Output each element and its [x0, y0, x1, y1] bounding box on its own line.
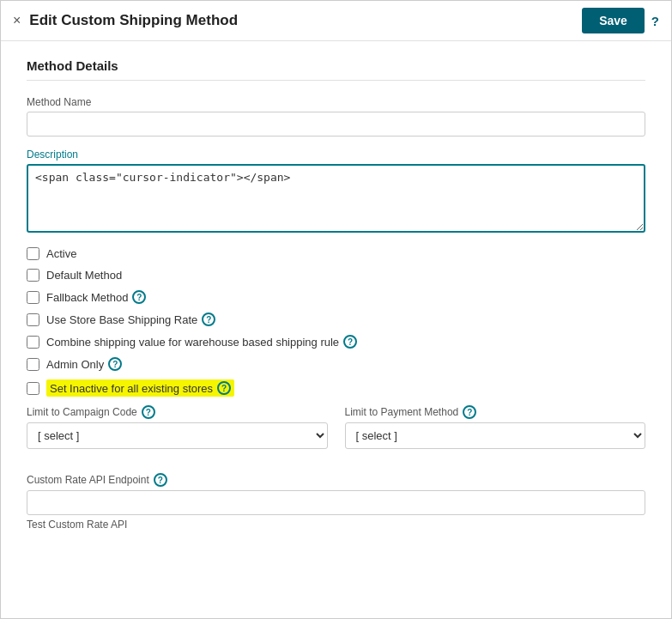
set-inactive-label: Set Inactive for all existing stores: [50, 382, 213, 395]
admin-only-help-icon[interactable]: ?: [108, 357, 122, 371]
fallback-method-label: Fallback Method ?: [46, 290, 146, 304]
header-help-button[interactable]: ?: [651, 14, 659, 28]
limit-payment-group: Limit to Payment Method ? [ select ]: [345, 405, 646, 449]
method-name-input[interactable]: [27, 112, 645, 137]
modal-title: Edit Custom Shipping Method: [29, 12, 238, 29]
description-group: Description <span class="cursor-indicato…: [27, 149, 645, 235]
section-title: Method Details: [27, 58, 645, 81]
set-inactive-highlight: Set Inactive for all existing stores ?: [46, 379, 234, 397]
active-row: Active: [27, 247, 645, 260]
description-label: Description: [27, 149, 645, 161]
limit-campaign-label: Limit to Campaign Code: [27, 406, 137, 418]
save-button[interactable]: Save: [582, 8, 645, 33]
endpoint-input[interactable]: [27, 490, 645, 515]
use-store-base-help-icon[interactable]: ?: [202, 313, 215, 326]
limit-campaign-group: Limit to Campaign Code ? [ select ]: [27, 405, 328, 449]
admin-only-label: Admin Only ?: [46, 357, 122, 371]
endpoint-label: Custom Rate API Endpoint: [27, 474, 149, 486]
header-right: Save ?: [582, 8, 659, 33]
limit-payment-select[interactable]: [ select ]: [345, 422, 646, 449]
fallback-method-checkbox[interactable]: [27, 291, 39, 304]
method-name-group: Method Name: [27, 96, 645, 137]
limit-campaign-help-icon[interactable]: ?: [142, 405, 155, 419]
limit-campaign-label-row: Limit to Campaign Code ?: [27, 405, 328, 419]
endpoint-label-row: Custom Rate API Endpoint ?: [27, 473, 645, 487]
modal-body: Method Details Method Name Description <…: [1, 41, 671, 618]
limit-payment-label: Limit to Payment Method: [345, 406, 459, 418]
use-store-base-checkbox[interactable]: [27, 313, 39, 326]
description-input[interactable]: <span class="cursor-indicator"></span>: [27, 164, 645, 233]
default-method-label: Default Method: [46, 269, 122, 282]
set-inactive-checkbox[interactable]: [27, 382, 39, 395]
endpoint-group: Custom Rate API Endpoint ? Test Custom R…: [27, 473, 645, 531]
set-inactive-help-icon[interactable]: ?: [217, 381, 231, 395]
active-checkbox[interactable]: [27, 247, 39, 260]
default-method-row: Default Method: [27, 269, 645, 282]
header-left: × Edit Custom Shipping Method: [13, 12, 238, 29]
active-label: Active: [46, 247, 76, 260]
method-name-label: Method Name: [27, 96, 645, 108]
combine-shipping-label: Combine shipping value for warehouse bas…: [46, 335, 357, 349]
set-inactive-row: Set Inactive for all existing stores ?: [27, 379, 645, 397]
limit-payment-help-icon[interactable]: ?: [463, 405, 476, 419]
fallback-method-help-icon[interactable]: ?: [132, 290, 146, 304]
combine-shipping-help-icon[interactable]: ?: [343, 335, 357, 349]
admin-only-checkbox[interactable]: [27, 358, 39, 371]
test-api-link[interactable]: Test Custom Rate API: [27, 519, 645, 531]
fallback-method-row: Fallback Method ?: [27, 290, 645, 304]
default-method-checkbox[interactable]: [27, 269, 39, 282]
admin-only-row: Admin Only ?: [27, 357, 645, 371]
use-store-base-label: Use Store Base Shipping Rate ?: [46, 313, 215, 326]
limit-campaign-select[interactable]: [ select ]: [27, 422, 328, 449]
close-icon[interactable]: ×: [13, 14, 21, 27]
combine-shipping-row: Combine shipping value for warehouse bas…: [27, 335, 645, 349]
selects-row: Limit to Campaign Code ? [ select ] Limi…: [27, 405, 645, 461]
limit-payment-label-row: Limit to Payment Method ?: [345, 405, 646, 419]
modal-header: × Edit Custom Shipping Method Save ?: [1, 1, 671, 41]
combine-shipping-checkbox[interactable]: [27, 336, 39, 349]
edit-shipping-modal: × Edit Custom Shipping Method Save ? Met…: [0, 0, 672, 619]
endpoint-help-icon[interactable]: ?: [154, 473, 167, 487]
use-store-base-row: Use Store Base Shipping Rate ?: [27, 313, 645, 326]
